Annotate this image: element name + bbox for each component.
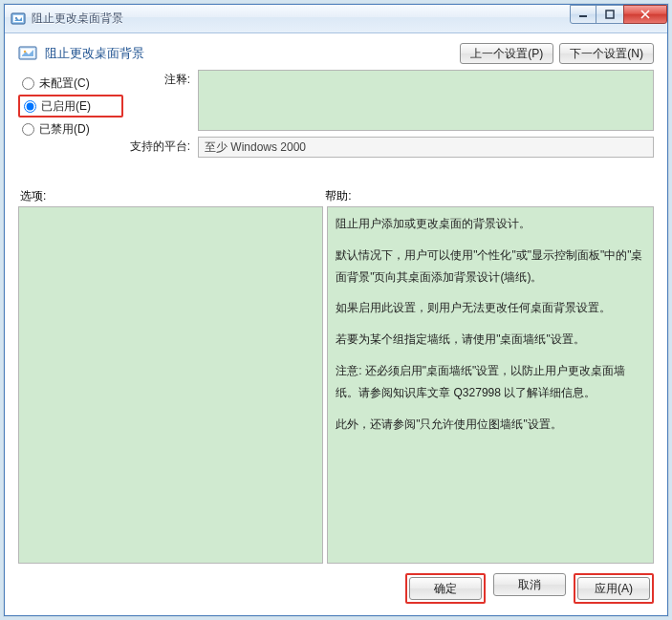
radio-not-configured-label: 未配置(C) [39,75,90,92]
radio-disabled-label: 已禁用(D) [39,121,90,138]
radio-enabled-label: 已启用(E) [41,98,91,115]
help-panel[interactable]: 阻止用户添加或更改桌面的背景设计。 默认情况下，用户可以使用"个性化"或"显示控… [327,206,654,564]
options-panel[interactable] [18,206,323,564]
radio-enabled[interactable]: 已启用(E) [18,95,123,118]
window-title: 阻止更改桌面背景 [32,11,123,27]
maximize-button[interactable] [596,5,624,24]
platform-value [198,137,654,158]
help-text: 如果启用此设置，则用户无法更改任何桌面背景设置。 [336,297,645,319]
help-label: 帮助: [323,188,654,204]
help-text: 此外，还请参阅"只允许使用位图墙纸"设置。 [336,414,645,436]
minimize-button[interactable] [570,5,596,24]
radio-disabled-input[interactable] [22,123,34,136]
cancel-button[interactable]: 取消 [493,573,566,596]
options-label: 选项: [18,188,323,204]
policy-window: 阻止更改桌面背景 [4,4,668,616]
header-buttons: 上一个设置(P) 下一个设置(N) [460,43,654,64]
radio-disabled[interactable]: 已禁用(D) [18,118,123,140]
ok-button[interactable]: 确定 [409,577,482,600]
close-button[interactable] [623,5,667,24]
apply-highlight: 应用(A) [574,573,654,604]
comment-row: 注释: [123,70,654,131]
comment-input[interactable] [198,70,654,131]
platform-row: 支持的平台: [123,137,654,158]
svg-rect-4 [606,11,614,18]
header-row: 阻止更改桌面背景 上一个设置(P) 下一个设置(N) [18,43,654,64]
radio-not-configured[interactable]: 未配置(C) [18,72,123,95]
state-radiogroup: 未配置(C) 已启用(E) 已禁用(D) [18,70,123,140]
svg-rect-3 [579,15,587,17]
ok-highlight: 确定 [405,573,486,604]
help-text: 注意: 还必须启用"桌面墙纸"设置，以防止用户更改桌面墙纸。请参阅知识库文章 Q… [336,360,645,404]
radio-not-configured-input[interactable] [22,77,34,90]
radio-enabled-input[interactable] [24,100,36,113]
titlebar: 阻止更改桌面背景 [5,5,667,33]
policy-icon [18,44,37,63]
panels: 阻止用户添加或更改桌面的背景设计。 默认情况下，用户可以使用"个性化"或"显示控… [18,206,654,564]
section-labels: 选项: 帮助: [18,188,654,204]
footer: 确定 取消 应用(A) [18,564,654,604]
comment-label: 注释: [123,70,190,88]
next-setting-button[interactable]: 下一个设置(N) [559,43,654,64]
help-text: 阻止用户添加或更改桌面的背景设计。 [336,213,645,235]
field-column: 注释: 支持的平台: [123,70,654,158]
apply-button[interactable]: 应用(A) [577,577,650,600]
platform-label: 支持的平台: [123,137,190,155]
config-row: 未配置(C) 已启用(E) 已禁用(D) 注释: 支持的平台: [18,70,654,158]
svg-point-7 [24,51,26,53]
header-left: 阻止更改桌面背景 [18,44,144,63]
policy-title: 阻止更改桌面背景 [45,45,144,62]
prev-setting-button[interactable]: 上一个设置(P) [460,43,553,64]
window-controls [571,5,667,24]
content-area: 阻止更改桌面背景 上一个设置(P) 下一个设置(N) 未配置(C) 已启用(E) [5,33,667,615]
help-text: 若要为某个组指定墙纸，请使用"桌面墙纸"设置。 [336,329,645,351]
app-icon [11,11,26,27]
help-text: 默认情况下，用户可以使用"个性化"或"显示控制面板"中的"桌面背景"页向其桌面添… [336,245,645,289]
